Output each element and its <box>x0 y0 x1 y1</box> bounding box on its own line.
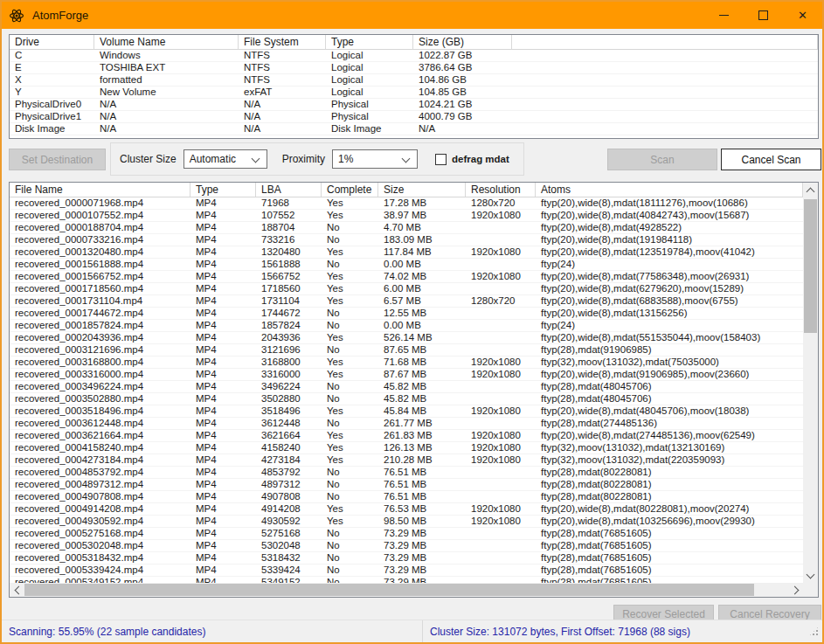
cluster-size-select[interactable]: Automatic <box>183 149 267 169</box>
file-cell: 3316000 <box>256 369 322 380</box>
file-row[interactable]: recovered_0003168800.mp4MP43168800Yes71.… <box>10 357 803 369</box>
file-cell: recovered_0004897312.mp4 <box>10 479 190 490</box>
file-cell: Yes <box>322 369 378 380</box>
vertical-scrollbar[interactable] <box>803 183 818 583</box>
file-row[interactable]: recovered_0001320480.mp4MP41320480Yes117… <box>10 246 803 259</box>
file-row[interactable]: recovered_0003621664.mp4MP43621664Yes261… <box>10 430 803 442</box>
file-cell: recovered_0004853792.mp4 <box>10 467 190 478</box>
drive-row[interactable]: Disk ImageN/AN/ADisk ImageN/A <box>10 123 818 135</box>
file-cell: ftyp(20),wide(8),mdat(40842743),moov(156… <box>536 210 803 221</box>
scroll-down-button[interactable] <box>803 568 818 583</box>
scan-options-group: Cluster Size Automatic Proximity 1% defr… <box>110 142 524 176</box>
defrag-mdat-checkbox[interactable] <box>435 154 447 165</box>
file-row[interactable]: recovered_0005302048.mp4MP45302048No73.2… <box>10 540 803 552</box>
drive-col-header-type[interactable]: Type <box>326 35 413 49</box>
file-cell: 0.00 MB <box>378 259 466 270</box>
file-row[interactable]: recovered_0004897312.mp4MP44897312No76.5… <box>10 479 803 491</box>
titlebar[interactable]: AtomForge ✕ <box>2 2 822 29</box>
file-row[interactable]: recovered_0003612448.mp4MP43612448No261.… <box>10 418 803 430</box>
file-row[interactable]: recovered_0003502880.mp4MP43502880No45.8… <box>10 393 803 405</box>
cancel-scan-button[interactable]: Cancel Scan <box>721 149 821 170</box>
file-cell: ftyp(28),mdat(91906985) <box>536 344 803 356</box>
drive-row[interactable]: XformattedNTFSLogical104.86 GB <box>10 74 818 87</box>
file-row[interactable]: recovered_0004907808.mp4MP44907808No76.5… <box>10 491 803 503</box>
scroll-left-button[interactable] <box>10 583 24 597</box>
file-row[interactable]: recovered_0005339424.mp4MP45339424No73.2… <box>10 564 803 577</box>
drive-row[interactable]: PhysicalDrive1N/AN/APhysical4000.79 GB <box>10 111 818 123</box>
proximity-select[interactable]: 1% <box>332 149 418 169</box>
proximity-value: 1% <box>338 153 398 165</box>
file-row[interactable]: recovered_0005349152.mp4MP45349152No73.2… <box>10 577 803 583</box>
scan-button[interactable]: Scan <box>607 149 717 170</box>
file-row[interactable]: recovered_0003496224.mp4MP43496224No45.8… <box>10 381 803 393</box>
file-col-header-type[interactable]: Type <box>190 183 256 197</box>
file-row[interactable]: recovered_0001857824.mp4MP41857824No0.00… <box>10 320 803 332</box>
file-row[interactable]: recovered_0004914208.mp4MP44914208Yes76.… <box>10 503 803 516</box>
drive-row[interactable]: ETOSHIBA EXTNTFSLogical3786.64 GB <box>10 62 818 74</box>
drive-row[interactable]: PhysicalDrive0N/AN/APhysical1024.21 GB <box>10 99 818 111</box>
file-row[interactable]: recovered_0000733216.mp4MP4733216No183.0… <box>10 234 803 246</box>
close-button[interactable]: ✕ <box>783 2 822 29</box>
resize-grip-icon[interactable] <box>808 626 820 637</box>
drive-col-header-volume-name[interactable]: Volume Name <box>94 35 239 49</box>
file-cell: ftyp(28),mdat(76851605) <box>536 528 803 539</box>
file-col-header-complete[interactable]: Complete <box>322 183 378 197</box>
file-row[interactable]: recovered_0003518496.mp4MP43518496Yes45.… <box>10 405 803 418</box>
file-cell: 4158240 <box>256 442 322 454</box>
file-row[interactable]: recovered_0005275168.mp4MP45275168No73.2… <box>10 528 803 540</box>
file-cell: MP4 <box>190 308 256 319</box>
file-row[interactable]: recovered_0003121696.mp4MP43121696No87.6… <box>10 344 803 357</box>
chevron-right-icon <box>790 585 799 594</box>
horizontal-scrollbar[interactable] <box>10 583 803 597</box>
file-cell: recovered_0004273184.mp4 <box>10 454 190 466</box>
drive-cell: New Volume <box>94 87 239 98</box>
file-cell: No <box>322 467 378 478</box>
file-col-header-resolution[interactable]: Resolution <box>466 183 536 197</box>
file-col-header-atoms[interactable]: Atoms <box>536 183 803 197</box>
drive-col-header-size-gb[interactable]: Size (GB) <box>413 35 512 49</box>
file-col-header-size[interactable]: Size <box>378 183 466 197</box>
drive-cell: PhysicalDrive0 <box>10 99 94 110</box>
file-row[interactable]: recovered_0000107552.mp4MP4107552Yes38.9… <box>10 210 803 222</box>
file-row[interactable]: recovered_0005318432.mp4MP45318432No73.2… <box>10 552 803 564</box>
file-col-header-lba[interactable]: LBA <box>256 183 322 197</box>
file-col-header-file-name[interactable]: File Name <box>10 183 190 197</box>
file-row[interactable]: recovered_0001566752.mp4MP41566752Yes74.… <box>10 271 803 283</box>
file-row[interactable]: recovered_0003316000.mp4MP43316000Yes87.… <box>10 369 803 381</box>
file-cell: 76.51 MB <box>378 479 466 490</box>
file-cell: 3496224 <box>256 381 322 392</box>
file-row[interactable]: recovered_0000188704.mp4MP4188704No4.70 … <box>10 222 803 234</box>
minimize-button[interactable] <box>704 2 744 29</box>
drive-cell: Y <box>10 87 94 98</box>
file-row[interactable]: recovered_0004930592.mp4MP44930592Yes98.… <box>10 516 803 528</box>
file-cell: No <box>322 491 378 502</box>
file-cell: recovered_0005275168.mp4 <box>10 528 190 539</box>
drive-col-header-file-system[interactable]: File System <box>239 35 326 49</box>
file-row[interactable]: recovered_0002043936.mp4MP42043936Yes526… <box>10 332 803 344</box>
file-cell: MP4 <box>190 491 256 502</box>
file-cell: recovered_0000071968.mp4 <box>10 197 190 209</box>
file-cell: 1561888 <box>256 259 322 270</box>
file-row[interactable]: recovered_0001744672.mp4MP41744672No12.5… <box>10 308 803 320</box>
scroll-up-button[interactable] <box>803 183 818 197</box>
file-row[interactable]: recovered_0004158240.mp4MP44158240Yes126… <box>10 442 803 454</box>
horizontal-scroll-thumb[interactable] <box>24 584 754 596</box>
drive-col-header-drive[interactable]: Drive <box>10 35 94 49</box>
file-row[interactable]: recovered_0000071968.mp4MP471968Yes17.28… <box>10 197 803 210</box>
file-row[interactable]: recovered_0001731104.mp4MP41731104Yes6.5… <box>10 295 803 308</box>
scroll-right-button[interactable] <box>788 583 803 597</box>
vertical-scroll-thumb[interactable] <box>804 199 817 333</box>
drive-row[interactable]: CWindowsNTFSLogical1022.87 GB <box>10 50 818 62</box>
set-destination-button[interactable]: Set Destination <box>9 149 106 170</box>
file-row[interactable]: recovered_0001718560.mp4MP41718560Yes6.0… <box>10 283 803 295</box>
drive-row[interactable]: YNew VolumeexFATLogical104.85 GB <box>10 87 818 99</box>
file-row[interactable]: recovered_0004853792.mp4MP44853792No76.5… <box>10 467 803 479</box>
file-row[interactable]: recovered_0004273184.mp4MP44273184Yes210… <box>10 454 803 467</box>
file-cell <box>466 234 536 246</box>
maximize-button[interactable] <box>744 2 783 29</box>
file-row[interactable]: recovered_0001561888.mp4MP41561888No0.00… <box>10 259 803 271</box>
scan-progress-status: Scanning: 55.95% (22 sample candidates) <box>2 620 423 642</box>
file-cell: 74.02 MB <box>378 271 466 282</box>
drive-cell: 4000.79 GB <box>413 111 512 122</box>
file-cell: 210.28 MB <box>378 454 466 466</box>
